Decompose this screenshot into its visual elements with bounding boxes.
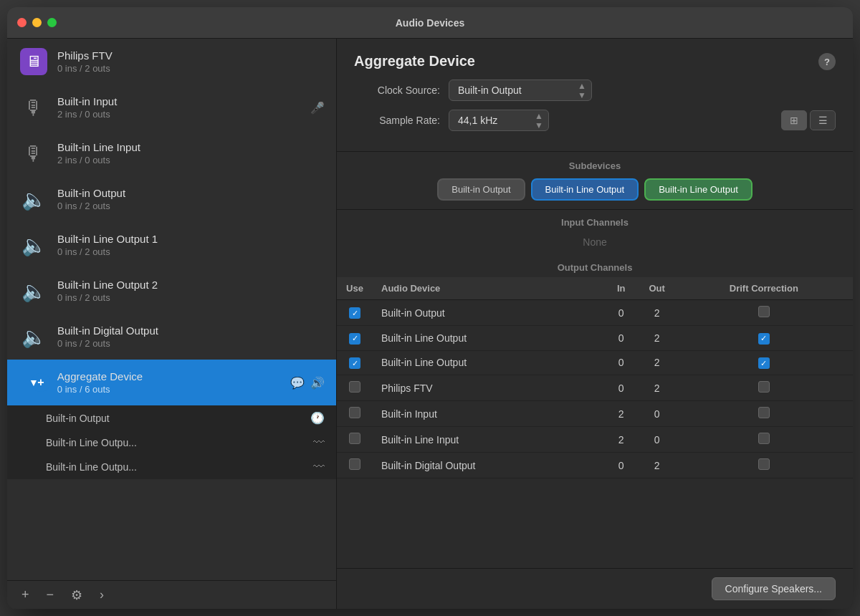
main-content: 🖥 Philips FTV 0 ins / 2 outs 🎙 Built-in … [7, 39, 853, 609]
device-io-philips-ftv: 0 ins / 2 outs [57, 63, 325, 74]
clock-icon: 🕐 [310, 411, 325, 425]
device-io-line-output-1: 0 ins / 2 outs [57, 246, 325, 257]
detail-header: Aggregate Device ? Clock Source: Built-i… [337, 39, 853, 152]
input-channels-title: Input Channels [337, 210, 853, 232]
out-cell-0: 2 [639, 300, 675, 326]
col-header-drift: Drift Correction [675, 277, 853, 300]
clock-source-row: Clock Source: Built-in Output Built-in L… [354, 80, 836, 101]
device-io-built-in-line-input: 2 ins / 0 outs [57, 155, 325, 165]
sidebar-item-built-in-line-output-1[interactable]: 🔈 Built-in Line Output 1 0 ins / 2 outs [7, 222, 336, 268]
sidebar-item-built-in-line-output-2[interactable]: 🔈 Built-in Line Output 2 0 ins / 2 outs [7, 268, 336, 314]
use-checkbox-3[interactable] [349, 381, 360, 393]
sidebar-item-built-in-input[interactable]: 🎙 Built-in Input 2 ins / 0 outs 🎤 [7, 85, 336, 130]
subdevices-section: Subdevices Built-in Output Built-in Line… [337, 152, 853, 210]
drift-checkbox-1[interactable]: ✓ [758, 333, 770, 345]
help-button[interactable]: ? [818, 53, 836, 70]
col-header-out: Out [639, 277, 675, 300]
clock-source-select[interactable]: Built-in Output Built-in Line Output [449, 80, 592, 101]
expand-arrow-icon: ▼ [29, 377, 39, 388]
sidebar-item-built-in-line-input[interactable]: 🎙 Built-in Line Input 2 ins / 0 outs [7, 130, 336, 176]
chat-icon: 💬 [290, 376, 305, 390]
in-cell-0: 0 [603, 300, 639, 326]
minimize-button[interactable] [32, 18, 42, 27]
in-cell-3: 0 [603, 375, 639, 401]
sidebar-toolbar: + − ⚙ › [7, 580, 336, 609]
speaker-icon-line-output-1: 🔈 [19, 230, 49, 260]
drift-checkbox-5[interactable] [758, 433, 770, 444]
subdevice-button-0[interactable]: Built-in Output [437, 178, 525, 201]
settings-button[interactable]: ⚙ [67, 586, 87, 605]
drift-checkbox-6[interactable] [758, 458, 770, 470]
speaker-icon-line-output-2: 🔈 [19, 276, 49, 306]
drift-checkbox-4[interactable] [758, 407, 770, 418]
speaker-icon-output: 🔈 [19, 184, 49, 214]
sample-rate-row: Sample Rate: 44,1 kHz 48 kHz 96 kHz ▲ ▼ [354, 110, 836, 131]
volume-icon: 🔊 [310, 376, 325, 390]
window-title: Audio Devices [396, 17, 464, 29]
device-cell-5: Built-in Line Input [373, 427, 603, 453]
sub-item-name-built-in-output: Built-in Output [46, 413, 310, 424]
sample-rate-label: Sample Rate: [354, 115, 440, 126]
device-name-aggregate: Aggregate Device [57, 370, 290, 382]
device-name-digital-output: Built-in Digital Output [57, 324, 325, 337]
grid-view-button[interactable]: ⊞ [781, 110, 807, 130]
sample-rate-select[interactable]: 44,1 kHz 48 kHz 96 kHz [449, 110, 549, 131]
subdevice-button-1[interactable]: Built-in Line Output [531, 178, 639, 201]
use-checkbox-5[interactable] [349, 433, 360, 444]
device-cell-3: Philips FTV [373, 375, 603, 401]
use-checkbox-4[interactable] [349, 407, 360, 418]
table-row: Built-in Input20 [337, 401, 853, 427]
device-name-line-output-1: Built-in Line Output 1 [57, 233, 325, 245]
sub-item-built-in-line-output-1[interactable]: Built-in Line Outpu... 〰 [7, 430, 336, 455]
sub-item-built-in-output[interactable]: Built-in Output 🕐 [7, 405, 336, 430]
drift-checkbox-0[interactable] [758, 306, 770, 317]
tv-icon: 🖥 [19, 47, 49, 77]
mic-right-icon: 🎤 [310, 101, 325, 115]
sidebar-item-built-in-output[interactable]: 🔈 Built-in Output 0 ins / 2 outs [7, 176, 336, 222]
drift-checkbox-3[interactable] [758, 381, 770, 393]
use-checkbox-2[interactable]: ✓ [349, 357, 360, 369]
sub-item-built-in-line-output-2[interactable]: Built-in Line Outpu... 〰 [7, 455, 336, 479]
add-device-button[interactable]: + [17, 586, 34, 604]
out-cell-2: 2 [639, 350, 675, 375]
device-cell-2: Built-in Line Output [373, 350, 603, 375]
use-checkbox-6[interactable] [349, 458, 360, 470]
traffic-lights [17, 18, 57, 27]
device-io-aggregate: 0 ins / 6 outs [57, 384, 290, 395]
maximize-button[interactable] [47, 18, 57, 27]
device-name-line-output-2: Built-in Line Output 2 [57, 279, 325, 291]
col-header-device: Audio Device [373, 277, 603, 300]
expand-button[interactable]: › [95, 586, 108, 604]
col-header-use: Use [337, 277, 373, 300]
use-checkbox-1[interactable]: ✓ [349, 333, 360, 345]
mic2-icon: 🎙 [19, 138, 49, 168]
device-cell-4: Built-in Input [373, 401, 603, 427]
sidebar-item-built-in-digital-output[interactable]: 🔈 Built-in Digital Output 0 ins / 2 outs [7, 314, 336, 360]
device-name-philips-ftv: Philips FTV [57, 49, 325, 62]
table-row: Philips FTV02 [337, 375, 853, 401]
waveform-icon-2: 〰 [313, 461, 325, 473]
sub-item-name-line-output-1: Built-in Line Outpu... [46, 437, 313, 448]
in-cell-2: 0 [603, 350, 639, 375]
sample-rate-select-wrapper: 44,1 kHz 48 kHz 96 kHz ▲ ▼ [449, 110, 549, 131]
sidebar-item-philips-ftv[interactable]: 🖥 Philips FTV 0 ins / 2 outs [7, 39, 336, 85]
sub-item-name-line-output-2: Built-in Line Outpu... [46, 461, 313, 473]
out-cell-5: 0 [639, 427, 675, 453]
configure-speakers-button[interactable]: Configure Speakers... [712, 577, 836, 600]
device-io-built-in-output: 0 ins / 2 outs [57, 201, 325, 211]
remove-device-button[interactable]: − [42, 586, 59, 604]
out-cell-1: 2 [639, 326, 675, 351]
titlebar: Audio Devices [7, 7, 853, 39]
use-checkbox-0[interactable]: ✓ [349, 307, 360, 319]
out-cell-6: 2 [639, 453, 675, 478]
list-view-button[interactable]: ☰ [810, 110, 836, 130]
close-button[interactable] [17, 18, 27, 27]
drift-checkbox-2[interactable]: ✓ [758, 357, 770, 369]
sidebar-item-aggregate-device[interactable]: ▼ + Aggregate Device 0 ins / 6 outs 💬 🔊 [7, 360, 336, 405]
device-name-built-in-input: Built-in Input [57, 95, 310, 107]
device-cell-6: Built-in Digital Output [373, 453, 603, 478]
out-cell-4: 0 [639, 401, 675, 427]
detail-panel: Aggregate Device ? Clock Source: Built-i… [337, 39, 853, 609]
in-cell-6: 0 [603, 453, 639, 478]
subdevice-button-2[interactable]: Built-in Line Output [644, 178, 752, 201]
